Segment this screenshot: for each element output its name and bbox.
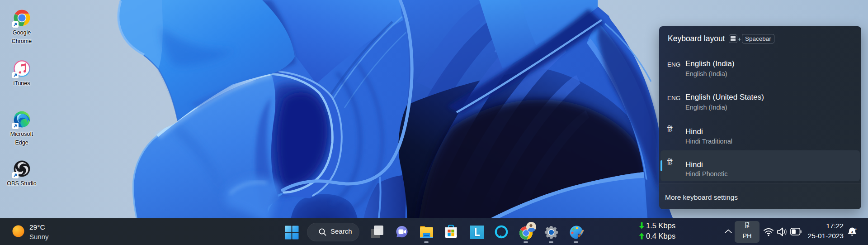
svg-text:z: z <box>855 226 857 231</box>
svg-text:z: z <box>851 230 853 234</box>
